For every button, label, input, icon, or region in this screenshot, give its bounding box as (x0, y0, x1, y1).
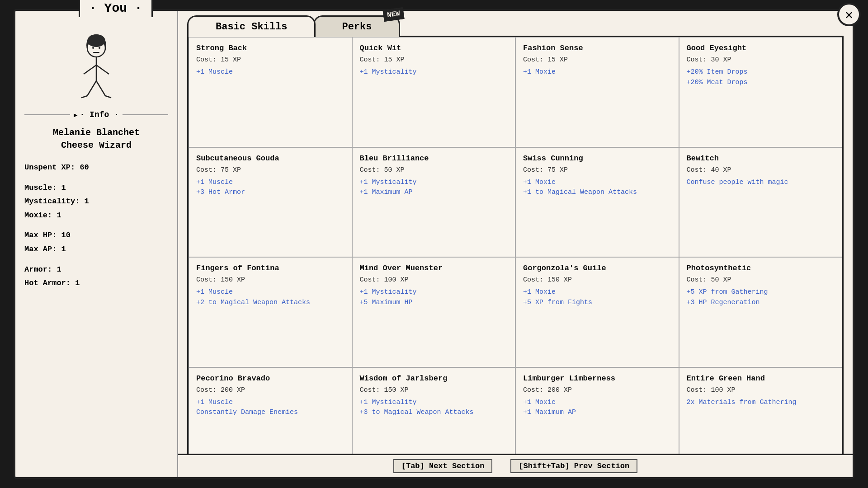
skill-effects: +5 XP from Gathering+3 HP Regeneration (687, 287, 835, 308)
skill-name: Entire Green Hand (687, 374, 835, 383)
skill-name: Bleu Brilliance (360, 154, 508, 163)
skill-cell-fingers-of-fontina[interactable]: Fingers of FontinaCost: 150 XP+1 Muscle+… (189, 257, 352, 367)
skill-cell-subcutaneous-gouda[interactable]: Subcutaneous GoudaCost: 75 XP+1 Muscle+3… (189, 147, 352, 258)
skill-cost: Cost: 50 XP (360, 166, 508, 174)
tabs-bar: Basic Skills Perks NEW (178, 15, 853, 37)
skill-effects: +1 Moxie+1 to Magical Weapon Attacks (523, 178, 671, 198)
skill-cost: Cost: 75 XP (523, 166, 671, 174)
skill-cost: Cost: 30 XP (687, 56, 835, 64)
svg-line-9 (96, 65, 109, 74)
character-name: Melanie Blanchet Cheese Wizard (24, 127, 168, 152)
muscle-stat: Muscle: 1 (24, 181, 168, 195)
skill-cost: Cost: 150 XP (523, 276, 671, 284)
skill-cost: Cost: 75 XP (196, 166, 344, 174)
skill-cell-good-eyesight[interactable]: Good EyesightCost: 30 XP+20% Item Drops+… (679, 37, 843, 147)
skill-effects: +1 Moxie (523, 67, 671, 78)
skill-cost: Cost: 100 XP (360, 276, 508, 284)
skill-effects: +1 Mysticality+1 Maximum AP (360, 178, 508, 198)
skill-name: Swiss Cunning (523, 154, 671, 163)
skill-cell-gorgonzolas-guile[interactable]: Gorgonzola's GuileCost: 150 XP+1 Moxie+5… (515, 257, 679, 367)
skill-cost: Cost: 100 XP (687, 386, 835, 394)
new-badge: NEW (382, 7, 404, 22)
svg-line-12 (82, 96, 87, 98)
max-ap-stat: Max AP: 1 (24, 243, 168, 257)
tab-divider (398, 36, 844, 37)
skill-effects: +1 Muscle (196, 67, 344, 78)
skill-cost: Cost: 15 XP (196, 56, 344, 64)
skill-effects: +1 Mysticality (360, 67, 508, 78)
info-button[interactable]: · Info · (74, 110, 119, 119)
skill-effects: 2x Materials from Gathering (687, 398, 835, 408)
tab-basic-skills[interactable]: Basic Skills (187, 15, 316, 37)
left-panel: · Info · Melanie Blanchet Cheese Wizard … (15, 11, 178, 477)
mysticality-stat: Mysticality: 1 (24, 195, 168, 209)
bottom-bar: [Tab] Next Section [Shift+Tab] Prev Sect… (178, 454, 853, 477)
skills-grid: Strong BackCost: 15 XP+1 MuscleQuick Wit… (187, 37, 844, 477)
skill-name: Photosynthetic (687, 264, 835, 272)
skill-cell-mind-over-muenster[interactable]: Mind Over MuensterCost: 100 XP+1 Mystica… (352, 257, 516, 367)
skill-effects: +1 Mysticality+3 to Magical Weapon Attac… (360, 398, 508, 418)
skill-cell-bleu-brilliance[interactable]: Bleu BrillianceCost: 50 XP+1 Mysticality… (352, 147, 516, 258)
skill-cell-swiss-cunning[interactable]: Swiss CunningCost: 75 XP+1 Moxie+1 to Ma… (515, 147, 679, 258)
skill-name: Strong Back (196, 44, 344, 52)
skill-cost: Cost: 150 XP (196, 276, 344, 284)
close-button[interactable]: ✕ (837, 3, 861, 26)
svg-point-3 (92, 47, 94, 49)
skill-effects: +1 Muscle+3 Hot Armor (196, 178, 344, 198)
skill-name: Fashion Sense (523, 44, 671, 52)
moxie-stat: Moxie: 1 (24, 209, 168, 223)
skill-effects: Confuse people with magic (687, 178, 835, 188)
character-art (24, 29, 168, 101)
skill-cell-fashion-sense[interactable]: Fashion SenseCost: 15 XP+1 Moxie (515, 37, 679, 147)
right-panel: Basic Skills Perks NEW Strong BackCost: … (178, 11, 853, 477)
skill-name: Pecorino Bravado (196, 374, 344, 383)
skill-effects: +20% Item Drops+20% Meat Drops (687, 67, 835, 88)
hot-armor-stat: Hot Armor: 1 (24, 277, 168, 291)
svg-point-4 (99, 47, 100, 49)
skill-effects: +1 MuscleConstantly Damage Enemies (196, 398, 344, 418)
svg-line-8 (84, 65, 96, 74)
skill-cell-strong-back[interactable]: Strong BackCost: 15 XP+1 Muscle (189, 37, 352, 147)
tab-perks[interactable]: Perks NEW (313, 15, 400, 37)
skill-name: Good Eyesight (687, 44, 835, 52)
svg-line-10 (87, 81, 96, 96)
tab-hint: [Tab] Next Section (393, 459, 493, 473)
skill-cost: Cost: 150 XP (360, 386, 508, 394)
skill-name: Subcutaneous Gouda (196, 154, 344, 163)
skill-effects: +1 Moxie+5 XP from Fights (523, 287, 671, 308)
shift-tab-hint: [Shift+Tab] Prev Section (510, 459, 637, 473)
svg-point-2 (87, 34, 105, 47)
skill-cost: Cost: 200 XP (523, 386, 671, 394)
stat-block: Unspent XP: 60 Muscle: 1 Mysticality: 1 … (24, 161, 168, 291)
stick-figure (74, 29, 119, 101)
skill-name: Gorgonzola's Guile (523, 264, 671, 272)
skill-cost: Cost: 40 XP (687, 166, 835, 174)
skill-name: Mind Over Muenster (360, 264, 508, 272)
skill-cell-photosynthetic[interactable]: PhotosyntheticCost: 50 XP+5 XP from Gath… (679, 257, 843, 367)
skill-cost: Cost: 200 XP (196, 386, 344, 394)
skill-effects: +1 Moxie+1 Maximum AP (523, 398, 671, 418)
skill-name: Fingers of Fontina (196, 264, 344, 272)
skill-name: Wisdom of Jarlsberg (360, 374, 508, 383)
skill-cell-quick-wit[interactable]: Quick WitCost: 15 XP+1 Mysticality (352, 37, 516, 147)
skill-cell-bewitch[interactable]: BewitchCost: 40 XPConfuse people with ma… (679, 147, 843, 258)
skill-name: Bewitch (687, 154, 835, 163)
svg-line-11 (96, 81, 105, 96)
skill-name: Quick Wit (360, 44, 508, 52)
svg-line-13 (105, 96, 111, 98)
skill-cost: Cost: 15 XP (523, 56, 671, 64)
skill-name: Limburger Limberness (523, 374, 671, 383)
unspent-xp: Unspent XP: 60 (24, 161, 168, 175)
main-window: · You · ✕ (14, 9, 854, 479)
skill-effects: +1 Muscle+2 to Magical Weapon Attacks (196, 287, 344, 308)
skill-effects: +1 Mysticality+5 Maximum HP (360, 287, 508, 308)
max-hp-stat: Max HP: 10 (24, 229, 168, 243)
skill-cost: Cost: 15 XP (360, 56, 508, 64)
skill-cost: Cost: 50 XP (687, 276, 835, 284)
armor-stat: Armor: 1 (24, 263, 168, 277)
